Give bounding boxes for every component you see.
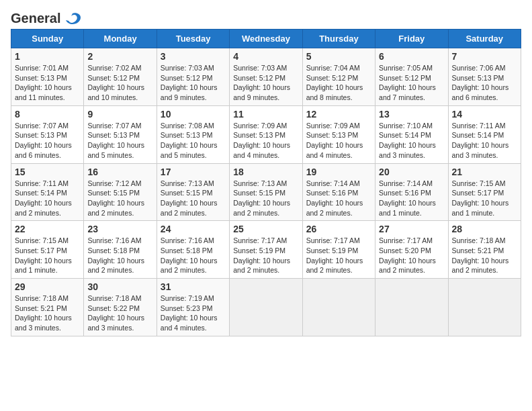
calendar-cell: 21Sunrise: 7:15 AM Sunset: 5:17 PM Dayli… bbox=[448, 163, 521, 221]
day-info: Sunrise: 7:11 AM Sunset: 5:14 PM Dayligh… bbox=[452, 121, 517, 161]
day-number: 20 bbox=[379, 167, 444, 177]
day-info: Sunrise: 7:16 AM Sunset: 5:18 PM Dayligh… bbox=[161, 236, 226, 275]
calendar-cell: 22Sunrise: 7:15 AM Sunset: 5:17 PM Dayli… bbox=[11, 221, 84, 279]
header-cell-saturday: Saturday bbox=[448, 30, 521, 48]
header-cell-tuesday: Tuesday bbox=[157, 30, 229, 48]
logo-general: General bbox=[11, 11, 60, 26]
header-cell-friday: Friday bbox=[375, 30, 448, 48]
day-info: Sunrise: 7:18 AM Sunset: 5:22 PM Dayligh… bbox=[87, 293, 152, 333]
calendar-table: SundayMondayTuesdayWednesdayThursdayFrid… bbox=[11, 29, 521, 336]
day-info: Sunrise: 7:05 AM Sunset: 5:12 PM Dayligh… bbox=[379, 63, 444, 103]
calendar-cell: 4Sunrise: 7:03 AM Sunset: 5:12 PM Daylig… bbox=[230, 48, 302, 106]
day-info: Sunrise: 7:02 AM Sunset: 5:12 PM Dayligh… bbox=[87, 63, 152, 103]
calendar-cell: 3Sunrise: 7:03 AM Sunset: 5:12 PM Daylig… bbox=[157, 48, 229, 106]
day-info: Sunrise: 7:10 AM Sunset: 5:14 PM Dayligh… bbox=[379, 121, 444, 161]
calendar-cell: 5Sunrise: 7:04 AM Sunset: 5:12 PM Daylig… bbox=[302, 48, 375, 106]
calendar-cell: 16Sunrise: 7:12 AM Sunset: 5:15 PM Dayli… bbox=[84, 163, 157, 221]
calendar-cell: 10Sunrise: 7:08 AM Sunset: 5:13 PM Dayli… bbox=[157, 105, 229, 163]
calendar-cell: 26Sunrise: 7:17 AM Sunset: 5:19 PM Dayli… bbox=[302, 221, 375, 279]
calendar-cell: 20Sunrise: 7:14 AM Sunset: 5:16 PM Dayli… bbox=[375, 163, 448, 221]
day-info: Sunrise: 7:12 AM Sunset: 5:15 PM Dayligh… bbox=[87, 179, 152, 218]
day-info: Sunrise: 7:08 AM Sunset: 5:13 PM Dayligh… bbox=[161, 121, 226, 161]
day-info: Sunrise: 7:16 AM Sunset: 5:18 PM Dayligh… bbox=[87, 236, 152, 275]
day-number: 29 bbox=[15, 281, 80, 292]
day-info: Sunrise: 7:11 AM Sunset: 5:14 PM Dayligh… bbox=[15, 179, 80, 218]
day-info: Sunrise: 7:01 AM Sunset: 5:13 PM Dayligh… bbox=[15, 63, 80, 103]
calendar-cell: 2Sunrise: 7:02 AM Sunset: 5:12 PM Daylig… bbox=[84, 48, 157, 106]
day-number: 12 bbox=[306, 109, 371, 120]
calendar-header-row: SundayMondayTuesdayWednesdayThursdayFrid… bbox=[11, 30, 521, 48]
calendar-cell: 12Sunrise: 7:09 AM Sunset: 5:13 PM Dayli… bbox=[302, 105, 375, 163]
calendar-cell: 6Sunrise: 7:05 AM Sunset: 5:12 PM Daylig… bbox=[375, 48, 448, 106]
day-number: 6 bbox=[379, 51, 444, 62]
day-number: 25 bbox=[233, 224, 298, 234]
calendar-cell: 15Sunrise: 7:11 AM Sunset: 5:14 PM Dayli… bbox=[11, 163, 84, 221]
day-info: Sunrise: 7:06 AM Sunset: 5:13 PM Dayligh… bbox=[452, 63, 517, 103]
day-number: 10 bbox=[161, 109, 226, 120]
day-info: Sunrise: 7:14 AM Sunset: 5:16 PM Dayligh… bbox=[306, 179, 371, 218]
calendar-cell bbox=[448, 279, 521, 336]
day-number: 23 bbox=[87, 224, 152, 234]
day-number: 14 bbox=[452, 109, 517, 120]
calendar-cell: 23Sunrise: 7:16 AM Sunset: 5:18 PM Dayli… bbox=[84, 221, 157, 279]
calendar-cell: 9Sunrise: 7:07 AM Sunset: 5:13 PM Daylig… bbox=[84, 105, 157, 163]
calendar-cell: 19Sunrise: 7:14 AM Sunset: 5:16 PM Dayli… bbox=[302, 163, 375, 221]
header: General bbox=[11, 11, 521, 24]
calendar-cell: 1Sunrise: 7:01 AM Sunset: 5:13 PM Daylig… bbox=[11, 48, 84, 106]
calendar-cell: 30Sunrise: 7:18 AM Sunset: 5:22 PM Dayli… bbox=[84, 279, 157, 336]
calendar-cell: 11Sunrise: 7:09 AM Sunset: 5:13 PM Dayli… bbox=[230, 105, 302, 163]
day-number: 30 bbox=[87, 281, 152, 292]
day-info: Sunrise: 7:07 AM Sunset: 5:13 PM Dayligh… bbox=[87, 121, 152, 161]
day-info: Sunrise: 7:14 AM Sunset: 5:16 PM Dayligh… bbox=[379, 179, 444, 218]
day-number: 11 bbox=[233, 109, 298, 120]
day-info: Sunrise: 7:03 AM Sunset: 5:12 PM Dayligh… bbox=[161, 63, 226, 103]
calendar-cell: 13Sunrise: 7:10 AM Sunset: 5:14 PM Dayli… bbox=[375, 105, 448, 163]
calendar-cell: 18Sunrise: 7:13 AM Sunset: 5:15 PM Dayli… bbox=[230, 163, 302, 221]
day-info: Sunrise: 7:09 AM Sunset: 5:13 PM Dayligh… bbox=[306, 121, 371, 161]
day-number: 24 bbox=[161, 224, 226, 234]
calendar-cell: 17Sunrise: 7:13 AM Sunset: 5:15 PM Dayli… bbox=[157, 163, 229, 221]
day-number: 7 bbox=[452, 51, 517, 62]
calendar-cell: 8Sunrise: 7:07 AM Sunset: 5:13 PM Daylig… bbox=[11, 105, 84, 163]
calendar-row-2: 8Sunrise: 7:07 AM Sunset: 5:13 PM Daylig… bbox=[11, 105, 521, 163]
day-info: Sunrise: 7:07 AM Sunset: 5:13 PM Dayligh… bbox=[15, 121, 80, 161]
header-cell-thursday: Thursday bbox=[302, 30, 375, 48]
day-number: 15 bbox=[15, 167, 80, 177]
header-cell-monday: Monday bbox=[84, 30, 157, 48]
day-info: Sunrise: 7:13 AM Sunset: 5:15 PM Dayligh… bbox=[233, 179, 298, 218]
calendar-cell: 7Sunrise: 7:06 AM Sunset: 5:13 PM Daylig… bbox=[448, 48, 521, 106]
calendar-row-3: 15Sunrise: 7:11 AM Sunset: 5:14 PM Dayli… bbox=[11, 163, 521, 221]
day-number: 22 bbox=[15, 224, 80, 234]
calendar-row-5: 29Sunrise: 7:18 AM Sunset: 5:21 PM Dayli… bbox=[11, 279, 521, 336]
calendar-cell bbox=[230, 279, 302, 336]
day-info: Sunrise: 7:03 AM Sunset: 5:12 PM Dayligh… bbox=[233, 63, 298, 103]
day-info: Sunrise: 7:18 AM Sunset: 5:21 PM Dayligh… bbox=[15, 293, 80, 333]
day-info: Sunrise: 7:19 AM Sunset: 5:23 PM Dayligh… bbox=[161, 293, 226, 333]
day-number: 16 bbox=[87, 167, 152, 177]
day-info: Sunrise: 7:18 AM Sunset: 5:21 PM Dayligh… bbox=[452, 236, 517, 275]
day-number: 28 bbox=[452, 224, 517, 234]
day-number: 17 bbox=[161, 167, 226, 177]
day-info: Sunrise: 7:17 AM Sunset: 5:20 PM Dayligh… bbox=[379, 236, 444, 275]
calendar-cell: 29Sunrise: 7:18 AM Sunset: 5:21 PM Dayli… bbox=[11, 279, 84, 336]
calendar-row-1: 1Sunrise: 7:01 AM Sunset: 5:13 PM Daylig… bbox=[11, 48, 521, 106]
logo: General bbox=[11, 11, 82, 24]
day-info: Sunrise: 7:09 AM Sunset: 5:13 PM Dayligh… bbox=[233, 121, 298, 161]
header-cell-wednesday: Wednesday bbox=[230, 30, 302, 48]
calendar-cell: 25Sunrise: 7:17 AM Sunset: 5:19 PM Dayli… bbox=[230, 221, 302, 279]
day-number: 26 bbox=[306, 224, 371, 234]
day-number: 21 bbox=[452, 167, 517, 177]
day-number: 18 bbox=[233, 167, 298, 177]
day-number: 31 bbox=[161, 281, 226, 292]
day-info: Sunrise: 7:15 AM Sunset: 5:17 PM Dayligh… bbox=[15, 236, 80, 275]
day-info: Sunrise: 7:15 AM Sunset: 5:17 PM Dayligh… bbox=[452, 179, 517, 218]
calendar-cell: 27Sunrise: 7:17 AM Sunset: 5:20 PM Dayli… bbox=[375, 221, 448, 279]
calendar-cell: 31Sunrise: 7:19 AM Sunset: 5:23 PM Dayli… bbox=[157, 279, 229, 336]
day-number: 13 bbox=[379, 109, 444, 120]
day-number: 9 bbox=[87, 109, 152, 120]
calendar-row-4: 22Sunrise: 7:15 AM Sunset: 5:17 PM Dayli… bbox=[11, 221, 521, 279]
day-number: 1 bbox=[15, 51, 80, 62]
calendar-cell: 28Sunrise: 7:18 AM Sunset: 5:21 PM Dayli… bbox=[448, 221, 521, 279]
day-info: Sunrise: 7:04 AM Sunset: 5:12 PM Dayligh… bbox=[306, 63, 371, 103]
day-number: 3 bbox=[161, 51, 226, 62]
